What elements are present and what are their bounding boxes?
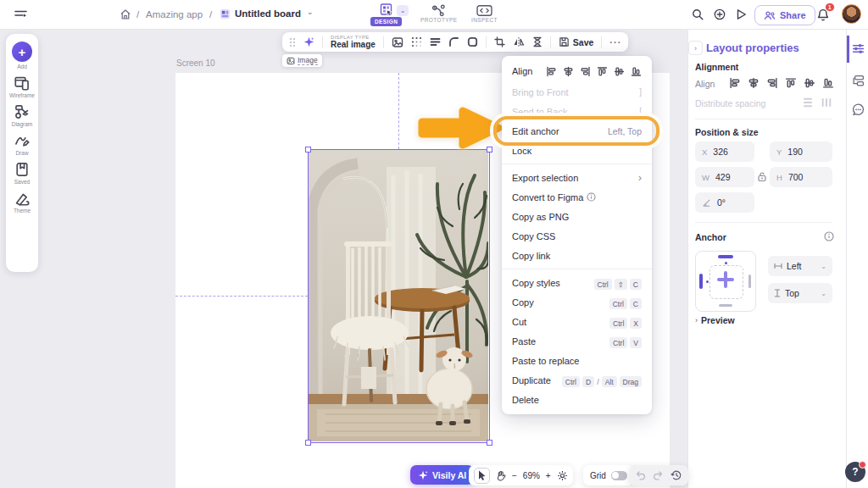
menu-item-bring-to-front[interactable]: Bring to Front ] xyxy=(502,82,652,102)
menu-item-paste-to-replace[interactable]: Paste to replace xyxy=(502,351,652,370)
canvas-settings-icon[interactable] xyxy=(557,470,568,481)
search-icon[interactable] xyxy=(692,8,704,20)
menu-item-export-selection[interactable]: Export selection › xyxy=(502,168,652,187)
layers-tab-icon[interactable] xyxy=(852,75,865,87)
element-type-tag[interactable]: Image xyxy=(282,54,322,67)
zoom-in-button[interactable]: + xyxy=(546,471,551,480)
anchor-right-inactive[interactable] xyxy=(748,274,751,288)
breadcrumb-app[interactable]: Amazing app xyxy=(146,9,203,19)
rotation-field[interactable]: 0° xyxy=(695,192,754,213)
menu-item-copy-as-png[interactable]: Copy as PNG xyxy=(502,207,652,226)
align-center-horizontal-icon[interactable] xyxy=(748,77,760,89)
anchor-vertical-select[interactable]: Top ⌄ xyxy=(768,283,832,303)
panel-collapse-button[interactable]: › xyxy=(688,41,703,55)
anchor-top-active[interactable] xyxy=(718,255,733,258)
pan-tool-icon[interactable] xyxy=(496,470,506,481)
ai-sparkle-icon[interactable] xyxy=(303,36,314,47)
resize-handle-se[interactable] xyxy=(487,440,492,446)
width-field[interactable]: W429 xyxy=(695,167,754,187)
anchor-bottom-inactive[interactable] xyxy=(719,304,732,307)
sidebar-item-theme[interactable]: Theme xyxy=(6,191,38,214)
lines-style-icon[interactable] xyxy=(430,36,441,47)
avatar[interactable] xyxy=(842,4,861,24)
anchor-horizontal-select[interactable]: Left ⌄ xyxy=(768,256,832,276)
anchor-left-active[interactable] xyxy=(699,274,703,289)
anchor-widget[interactable] xyxy=(695,251,756,312)
menu-item-copy-css[interactable]: Copy CSS xyxy=(502,226,652,246)
breadcrumb-board[interactable]: Untitled board xyxy=(235,8,301,19)
redo-icon[interactable] xyxy=(653,470,664,480)
more-options-button[interactable]: ··· xyxy=(609,37,621,47)
menu-item-copy-link[interactable]: Copy link xyxy=(502,246,652,265)
align-bottom-icon[interactable] xyxy=(822,77,834,89)
save-button[interactable]: Save xyxy=(559,36,594,47)
sidebar-item-add[interactable]: + Add xyxy=(6,42,38,69)
tab-inspect[interactable]: INSPECT xyxy=(471,4,498,23)
align-center-horizontal-icon[interactable] xyxy=(563,66,574,77)
corner-radius-icon[interactable] xyxy=(448,36,459,47)
visily-ai-button[interactable]: Visily AI xyxy=(410,465,474,485)
comments-tab-icon[interactable] xyxy=(852,103,865,116)
anchor-info-icon[interactable] xyxy=(824,231,834,241)
undo-icon[interactable] xyxy=(635,470,646,480)
present-icon[interactable] xyxy=(736,8,747,20)
sidebar-item-saved[interactable]: Saved xyxy=(6,162,38,185)
menu-item-duplicate[interactable]: Duplicate CtrlD/AltDrag xyxy=(502,370,652,390)
aspect-lock-icon[interactable] xyxy=(757,171,767,182)
align-bottom-icon[interactable] xyxy=(631,66,642,77)
main-menu-icon[interactable] xyxy=(14,9,27,19)
align-top-icon[interactable] xyxy=(597,66,608,77)
rounded-frame-icon[interactable] xyxy=(467,36,478,47)
zoom-out-button[interactable]: − xyxy=(512,471,517,480)
menu-item-edit-anchor[interactable]: Edit anchor Left, Top xyxy=(502,121,652,141)
sidebar-item-draw[interactable]: Draw xyxy=(6,133,38,156)
notifications-button[interactable]: 1 xyxy=(816,7,830,21)
dither-style-icon[interactable] xyxy=(411,36,422,47)
y-position-field[interactable]: Y190 xyxy=(770,141,832,162)
image-style-icon[interactable] xyxy=(392,36,403,48)
design-options-chevron[interactable]: ⌄ xyxy=(397,5,409,16)
menu-item-convert-to-figma[interactable]: Convert to Figma xyxy=(502,187,652,207)
align-left-icon[interactable] xyxy=(729,77,741,89)
menu-item-copy-styles[interactable]: Copy styles Ctrl⇧C xyxy=(502,273,652,292)
preview-toggle[interactable]: › Preview xyxy=(695,315,735,325)
display-type-control[interactable]: DISPLAY TYPE Real image xyxy=(331,35,376,49)
select-tool-button[interactable] xyxy=(474,468,490,484)
sidebar-item-diagram[interactable]: Diagram xyxy=(6,104,38,127)
menu-item-copy[interactable]: Copy CtrlC xyxy=(502,292,652,312)
menu-item-lock[interactable]: Lock xyxy=(502,141,652,160)
hourglass-icon[interactable] xyxy=(532,36,542,47)
share-button[interactable]: Share xyxy=(754,5,815,25)
zoom-level[interactable]: 69% xyxy=(523,471,540,480)
align-right-icon[interactable] xyxy=(580,66,591,77)
resize-handle-sw[interactable] xyxy=(305,440,311,446)
x-position-field[interactable]: X326 xyxy=(695,141,754,162)
board-menu-chevron-icon[interactable]: ⌄ xyxy=(307,8,314,16)
selected-image[interactable] xyxy=(308,149,490,443)
align-left-icon[interactable] xyxy=(546,66,557,77)
menu-item-delete[interactable]: Delete xyxy=(502,390,652,409)
home-icon[interactable] xyxy=(120,8,131,20)
align-top-icon[interactable] xyxy=(785,77,797,89)
grid-toggle[interactable] xyxy=(611,471,627,480)
sidebar-item-wireframe[interactable]: Wireframe xyxy=(6,75,38,98)
align-right-icon[interactable] xyxy=(766,77,778,89)
crop-icon[interactable] xyxy=(494,36,505,47)
add-new-icon[interactable] xyxy=(714,8,726,20)
distribute-horizontal-icon[interactable] xyxy=(821,97,832,108)
tab-prototype[interactable]: PROTOTYPE xyxy=(420,4,458,23)
layout-properties-tab-icon[interactable] xyxy=(852,42,865,55)
resize-handle-nw[interactable] xyxy=(305,147,311,152)
context-menu: Align Bring to Front ] Send to Back [ Ed… xyxy=(502,56,652,414)
distribute-vertical-icon[interactable] xyxy=(802,97,814,108)
help-button[interactable]: ? xyxy=(845,462,865,482)
menu-item-cut[interactable]: Cut CtrlX xyxy=(502,312,652,331)
version-history-icon[interactable] xyxy=(670,469,682,481)
align-middle-vertical-icon[interactable] xyxy=(804,77,815,89)
align-middle-vertical-icon[interactable] xyxy=(614,66,625,77)
height-field[interactable]: H700 xyxy=(770,167,832,187)
flip-icon[interactable] xyxy=(513,37,525,47)
menu-item-send-to-back[interactable]: Send to Back [ xyxy=(502,102,652,121)
drag-handle-icon[interactable] xyxy=(289,37,296,47)
menu-item-paste[interactable]: Paste CtrlV xyxy=(502,331,652,351)
